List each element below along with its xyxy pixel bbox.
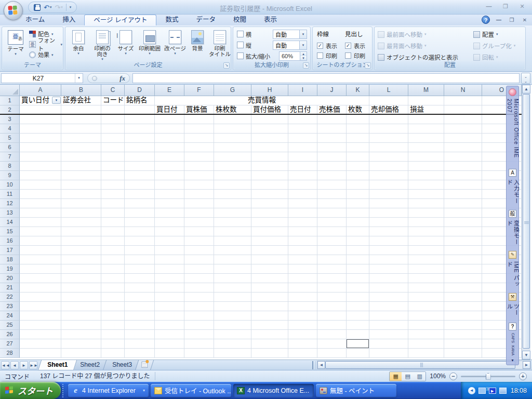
cell-E27[interactable] bbox=[155, 339, 184, 349]
cell-C27[interactable] bbox=[101, 339, 125, 349]
cell-E4[interactable] bbox=[155, 124, 184, 134]
row-header-3[interactable]: 3 bbox=[0, 115, 20, 124]
scale-to-fit-dialog-launcher-icon[interactable]: ↘ bbox=[303, 62, 309, 69]
cell-F3[interactable] bbox=[184, 115, 214, 124]
ime-tools-label[interactable]: ツール bbox=[506, 303, 520, 320]
cell-G10[interactable] bbox=[214, 180, 251, 190]
cell-J20[interactable] bbox=[317, 274, 347, 283]
cell-N5[interactable] bbox=[444, 134, 482, 143]
name-box[interactable]: K27 ▾ bbox=[1, 73, 83, 83]
workbook-restore-button[interactable]: ❐ bbox=[508, 17, 516, 23]
cell-F9[interactable] bbox=[184, 171, 214, 180]
cell-B13[interactable] bbox=[61, 208, 101, 218]
cell-L18[interactable] bbox=[369, 255, 408, 264]
column-header-C[interactable]: C bbox=[101, 85, 125, 96]
cell-F23[interactable] bbox=[184, 302, 214, 311]
cell-B2[interactable] bbox=[61, 105, 101, 114]
cell-H3[interactable] bbox=[251, 115, 288, 124]
cell-I27[interactable] bbox=[288, 339, 317, 349]
cell-M19[interactable] bbox=[408, 264, 444, 274]
cell-G18[interactable] bbox=[214, 255, 251, 264]
cell-E18[interactable] bbox=[155, 255, 184, 264]
cell-L14[interactable] bbox=[369, 218, 408, 227]
office-button[interactable] bbox=[4, 1, 23, 20]
fit-width-dropdown-icon[interactable]: ▾ bbox=[299, 30, 307, 38]
cell-J13[interactable] bbox=[317, 208, 347, 218]
cell-J5[interactable] bbox=[317, 134, 347, 143]
cell-B12[interactable] bbox=[61, 199, 101, 208]
cell-E24[interactable] bbox=[155, 311, 184, 321]
cell-L22[interactable] bbox=[369, 292, 408, 302]
scroll-right-icon[interactable]: ► bbox=[523, 361, 530, 369]
cell-J11[interactable] bbox=[317, 190, 347, 199]
cell-G23[interactable] bbox=[214, 302, 251, 311]
ribbon-tab-1[interactable]: ホーム bbox=[17, 15, 54, 25]
cell-B11[interactable] bbox=[61, 190, 101, 199]
cell-K7[interactable] bbox=[347, 152, 369, 162]
cell-A27[interactable] bbox=[20, 339, 61, 349]
cell-G4[interactable] bbox=[214, 124, 251, 134]
cell-G24[interactable] bbox=[214, 311, 251, 321]
cell-J6[interactable] bbox=[317, 143, 347, 152]
orientation-button[interactable]: 印刷の 向き ▾ bbox=[90, 28, 115, 61]
row-header-16[interactable]: 16 bbox=[0, 236, 20, 246]
cell-H18[interactable] bbox=[251, 255, 288, 264]
cell-L25[interactable] bbox=[369, 321, 408, 330]
cell-N6[interactable] bbox=[444, 143, 482, 152]
cell-B7[interactable] bbox=[61, 152, 101, 162]
cell-D18[interactable] bbox=[125, 255, 155, 264]
cell-N25[interactable] bbox=[444, 321, 482, 330]
cell-C5[interactable] bbox=[101, 134, 125, 143]
cell-J24[interactable] bbox=[317, 311, 347, 321]
cell-C16[interactable] bbox=[101, 236, 125, 246]
cell-E20[interactable] bbox=[155, 274, 184, 283]
ribbon-tab-6[interactable]: 校閲 bbox=[224, 15, 255, 25]
cell-D1[interactable]: 銘柄名 bbox=[125, 96, 155, 105]
cell-N26[interactable] bbox=[444, 330, 482, 339]
cell-A9[interactable] bbox=[20, 171, 61, 180]
column-header-J[interactable]: J bbox=[317, 85, 347, 96]
cell-N1[interactable] bbox=[444, 96, 482, 105]
horizontal-scrollbar[interactable]: ◄ ► bbox=[317, 361, 531, 369]
headings-print-checkbox[interactable] bbox=[345, 52, 351, 59]
cell-J16[interactable] bbox=[317, 236, 347, 246]
cell-K27[interactable] bbox=[347, 339, 369, 349]
zoom-slider[interactable] bbox=[461, 376, 515, 377]
cell-N24[interactable] bbox=[444, 311, 482, 321]
cell-D13[interactable] bbox=[125, 208, 155, 218]
cell-N23[interactable] bbox=[444, 302, 482, 311]
cell-D11[interactable] bbox=[125, 190, 155, 199]
cell-H25[interactable] bbox=[251, 321, 288, 330]
previous-sheet-icon[interactable]: ◄ bbox=[10, 361, 19, 369]
cell-J25[interactable] bbox=[317, 321, 347, 330]
cell-D20[interactable] bbox=[125, 274, 155, 283]
redo-button[interactable]: ↷▾ bbox=[55, 4, 62, 11]
cell-K18[interactable] bbox=[347, 255, 369, 264]
row-header-20[interactable]: 20 bbox=[0, 274, 20, 283]
cell-K6[interactable] bbox=[347, 143, 369, 152]
page-layout-view-button[interactable]: ▤ bbox=[402, 372, 414, 381]
cell-N12[interactable] bbox=[444, 199, 482, 208]
cell-L13[interactable] bbox=[369, 208, 408, 218]
column-header-H[interactable]: H bbox=[251, 85, 288, 96]
ime-pad-icon[interactable]: ✎ bbox=[509, 251, 516, 259]
cell-B15[interactable] bbox=[61, 227, 101, 236]
cell-N15[interactable] bbox=[444, 227, 482, 236]
cell-E10[interactable] bbox=[155, 180, 184, 190]
cell-F15[interactable] bbox=[184, 227, 214, 236]
cell-I11[interactable] bbox=[288, 190, 317, 199]
cell-H14[interactable] bbox=[251, 218, 288, 227]
cell-E6[interactable] bbox=[155, 143, 184, 152]
cell-L19[interactable] bbox=[369, 264, 408, 274]
cell-H10[interactable] bbox=[251, 180, 288, 190]
cell-H6[interactable] bbox=[251, 143, 288, 152]
cell-G25[interactable] bbox=[214, 321, 251, 330]
cell-M13[interactable] bbox=[408, 208, 444, 218]
cell-J10[interactable] bbox=[317, 180, 347, 190]
cell-A15[interactable] bbox=[20, 227, 61, 236]
cell-I3[interactable] bbox=[288, 115, 317, 124]
cell-D25[interactable] bbox=[125, 321, 155, 330]
cell-E11[interactable] bbox=[155, 190, 184, 199]
row-header-15[interactable]: 15 bbox=[0, 227, 20, 236]
cell-J14[interactable] bbox=[317, 218, 347, 227]
